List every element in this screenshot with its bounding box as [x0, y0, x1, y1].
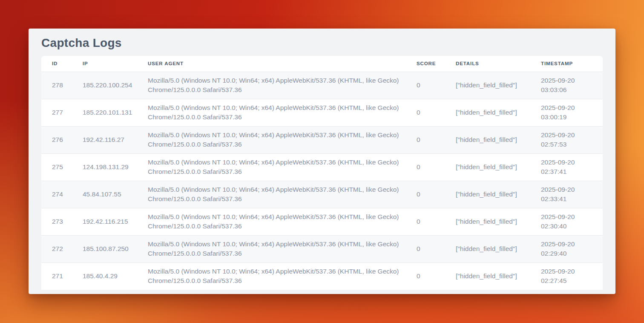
table-row: 275124.198.131.29Mozilla/5.0 (Windows NT… [41, 153, 603, 181]
cell-user-agent: Mozilla/5.0 (Windows NT 10.0; Win64; x64… [148, 208, 417, 235]
cell-ip: 185.220.100.254 [83, 72, 148, 99]
table-row: 27445.84.107.55Mozilla/5.0 (Windows NT 1… [41, 181, 603, 208]
desktop-background: { "page_title": "Captcha Logs", "table":… [0, 0, 644, 323]
cell-ip: 124.198.131.29 [83, 153, 148, 181]
cell-details: ["hidden_field_filled"] [456, 181, 541, 208]
cell-details: ["hidden_field_filled"] [456, 235, 541, 262]
cell-score: 0 [417, 126, 456, 153]
table-row: 276192.42.116.27Mozilla/5.0 (Windows NT … [41, 126, 603, 153]
cell-score: 0 [417, 181, 456, 208]
table-row: 271185.40.4.29Mozilla/5.0 (Windows NT 10… [41, 262, 603, 290]
cell-score: 0 [417, 153, 456, 181]
column-header-user-agent: USER AGENT [148, 56, 417, 72]
column-header-details: DETAILS [456, 56, 541, 72]
column-header-ip: IP [83, 56, 148, 72]
table-row: 278185.220.100.254Mozilla/5.0 (Windows N… [41, 72, 603, 99]
cell-score: 0 [417, 72, 456, 99]
cell-details: ["hidden_field_filled"] [456, 208, 541, 235]
cell-timestamp: 2025-09-20 02:37:41 [541, 153, 603, 181]
captcha-logs-card: Captcha Logs ID IP USER AGENT SCORE DETA… [29, 29, 615, 294]
cell-id: 272 [41, 235, 83, 262]
cell-score: 0 [417, 262, 456, 290]
cell-id: 278 [41, 72, 83, 99]
cell-user-agent: Mozilla/5.0 (Windows NT 10.0; Win64; x64… [148, 99, 417, 126]
cell-timestamp: 2025-09-20 02:29:40 [541, 235, 603, 262]
column-header-timestamp: TIMESTAMP [541, 56, 603, 72]
cell-ip: 192.42.116.215 [83, 208, 148, 235]
logs-table: ID IP USER AGENT SCORE DETAILS TIMESTAMP… [41, 56, 603, 290]
cell-id: 277 [41, 99, 83, 126]
cell-id: 276 [41, 126, 83, 153]
table-row: 273192.42.116.215Mozilla/5.0 (Windows NT… [41, 208, 603, 235]
cell-timestamp: 2025-09-20 02:57:53 [541, 126, 603, 153]
cell-score: 0 [417, 235, 456, 262]
cell-details: ["hidden_field_filled"] [456, 72, 541, 99]
table-row: 272185.100.87.250Mozilla/5.0 (Windows NT… [41, 235, 603, 262]
cell-details: ["hidden_field_filled"] [456, 126, 541, 153]
cell-details: ["hidden_field_filled"] [456, 262, 541, 290]
cell-ip: 185.220.101.131 [83, 99, 148, 126]
cell-user-agent: Mozilla/5.0 (Windows NT 10.0; Win64; x64… [148, 181, 417, 208]
column-header-score: SCORE [417, 56, 456, 72]
logs-table-container: ID IP USER AGENT SCORE DETAILS TIMESTAMP… [41, 56, 603, 290]
cell-timestamp: 2025-09-20 03:03:06 [541, 72, 603, 99]
logs-table-body: 278185.220.100.254Mozilla/5.0 (Windows N… [41, 72, 603, 290]
cell-ip: 45.84.107.55 [83, 181, 148, 208]
cell-id: 271 [41, 262, 83, 290]
cell-details: ["hidden_field_filled"] [456, 99, 541, 126]
cell-score: 0 [417, 99, 456, 126]
cell-timestamp: 2025-09-20 02:30:40 [541, 208, 603, 235]
cell-id: 274 [41, 181, 83, 208]
cell-user-agent: Mozilla/5.0 (Windows NT 10.0; Win64; x64… [148, 262, 417, 290]
cell-user-agent: Mozilla/5.0 (Windows NT 10.0; Win64; x64… [148, 235, 417, 262]
cell-score: 0 [417, 208, 456, 235]
cell-id: 275 [41, 153, 83, 181]
table-header-row: ID IP USER AGENT SCORE DETAILS TIMESTAMP [41, 56, 603, 72]
cell-ip: 185.100.87.250 [83, 235, 148, 262]
cell-ip: 192.42.116.27 [83, 126, 148, 153]
cell-id: 273 [41, 208, 83, 235]
cell-user-agent: Mozilla/5.0 (Windows NT 10.0; Win64; x64… [148, 72, 417, 99]
cell-user-agent: Mozilla/5.0 (Windows NT 10.0; Win64; x64… [148, 126, 417, 153]
cell-details: ["hidden_field_filled"] [456, 153, 541, 181]
cell-ip: 185.40.4.29 [83, 262, 148, 290]
column-header-id: ID [41, 56, 83, 72]
cell-timestamp: 2025-09-20 03:00:19 [541, 99, 603, 126]
cell-user-agent: Mozilla/5.0 (Windows NT 10.0; Win64; x64… [148, 153, 417, 181]
page-title: Captcha Logs [41, 35, 615, 51]
table-row: 277185.220.101.131Mozilla/5.0 (Windows N… [41, 99, 603, 126]
cell-timestamp: 2025-09-20 02:33:41 [541, 181, 603, 208]
cell-timestamp: 2025-09-20 02:27:45 [541, 262, 603, 290]
